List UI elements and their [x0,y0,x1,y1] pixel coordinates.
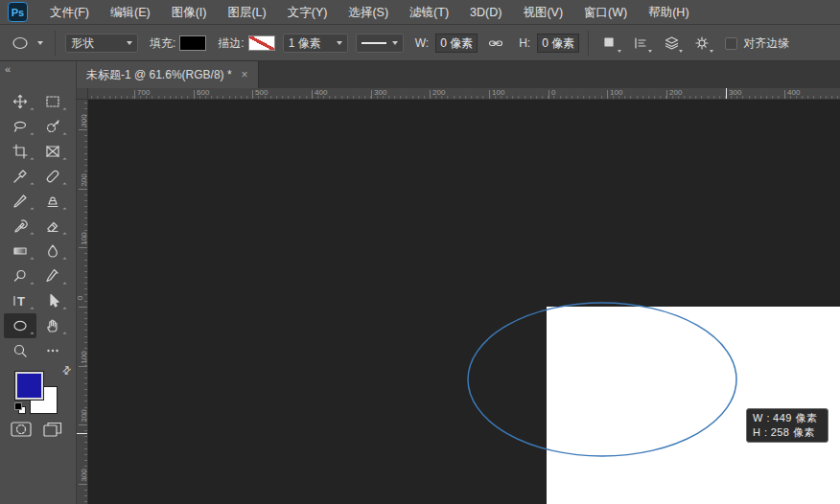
tool-edit-toolbar[interactable] [36,338,69,363]
width-label: W: [415,36,429,50]
tool-crop[interactable] [4,139,36,164]
vertical-ruler[interactable]: 3002001000100200300 [77,100,88,504]
tool-frame[interactable] [36,139,69,164]
tool-zoom[interactable] [4,338,36,363]
menu-item-window[interactable]: 窗口(W) [573,0,638,25]
menu-item-help[interactable]: 帮助(H) [638,0,699,25]
shape-settings-button[interactable] [689,32,714,55]
swap-colors-icon[interactable]: ⇄ [59,363,75,378]
horizontal-ruler[interactable]: 7006005004003002001000100200300400 [88,88,840,100]
menu-item-layer[interactable]: 图层(L) [217,0,276,25]
tool-brush[interactable] [4,189,36,214]
close-icon[interactable]: × [242,68,248,81]
path-operations-button[interactable] [597,32,622,55]
path-arrangement-button[interactable] [659,32,684,55]
stroke-style-select[interactable] [356,34,404,53]
divider [55,31,56,56]
tool-preset-picker[interactable] [0,31,49,56]
tool-lasso[interactable] [4,114,36,139]
tool-gradient[interactable] [4,239,36,263]
collapse-tools-button[interactable]: « [5,63,10,75]
tool-quick-selection[interactable] [36,114,69,139]
type-icon: T [12,293,28,309]
shape-width-input[interactable] [435,34,478,53]
ruler-major-tick [79,189,87,190]
tool-blur[interactable] [36,239,69,263]
menu-item-filter[interactable]: 滤镜(T) [399,0,459,25]
menu-item-file[interactable]: 文件(F) [39,0,100,25]
tool-hand[interactable] [36,313,69,338]
quick-selection-icon [45,119,60,134]
menu-item-image[interactable]: 图像(I) [161,0,218,25]
ellipse-shape-preview [468,303,736,456]
ruler-cursor-indicator [77,433,87,434]
chevron-down-icon [127,41,132,45]
dodge-icon [12,268,28,284]
selection-arrow-icon [45,293,60,309]
align-edges-checkbox[interactable] [725,37,737,50]
align-icon [633,35,648,51]
ruler-label: 0 [77,296,84,300]
stroke-width-select[interactable]: 1 像素 [283,34,348,53]
ruler-major-tick [489,90,490,99]
ruler-label: 300 [729,88,741,97]
water-drop-icon [45,243,60,259]
menu-item-type[interactable]: 文字(Y) [277,0,338,25]
canvas-area[interactable]: W : 449 像素 H : 258 像素 [88,100,840,504]
tool-mode-select[interactable]: 形状 [65,34,138,53]
height-label: H: [519,36,530,50]
document-tab-title: 未标题-1 @ 61.6%(RGB/8) * [86,67,232,83]
tooltip-height-label: H : [753,426,768,438]
menu-bar: Ps 文件(F) 编辑(E) 图像(I) 图层(L) 文字(Y) 选择(S) 滤… [0,0,840,25]
divider [588,31,589,56]
hand-icon [45,318,60,333]
ruler-label: 600 [197,88,209,97]
tool-eraser[interactable] [36,214,69,239]
foreground-color-swatch[interactable] [15,372,43,400]
ruler-label: 200 [80,409,88,422]
menu-item-3d[interactable]: 3D(D) [459,0,512,25]
path-operations-icon [602,35,618,51]
tooltip-width-value: 449 像素 [773,412,817,424]
ruler-major-tick [430,90,431,99]
tool-history-brush[interactable] [4,214,36,239]
document-tab[interactable]: 未标题-1 @ 61.6%(RGB/8) * × [77,61,259,88]
tooltip-width-label: W : [753,412,770,424]
shape-height-input[interactable] [537,34,579,53]
eyedropper-icon [12,169,28,184]
tool-spot-healing-brush[interactable] [36,164,69,189]
magnifier-icon [12,343,28,358]
ruler-major-tick [79,484,87,485]
quick-mask-icon[interactable] [10,420,33,439]
tools-panel: « T ⇄ [0,61,77,504]
photoshop-logo-icon[interactable]: Ps [8,2,28,22]
menu-item-edit[interactable]: 编辑(E) [100,0,161,25]
tool-pen[interactable] [36,263,69,288]
screen-mode-icon[interactable] [42,420,63,439]
tool-eyedropper[interactable] [4,164,36,189]
ruler-label: 200 [669,88,682,97]
ruler-label: 700 [137,88,150,97]
tool-path-selection[interactable] [36,288,69,313]
default-colors-icon[interactable] [14,402,26,414]
path-alignment-button[interactable] [628,32,653,55]
frame-icon [45,144,60,159]
menu-item-select[interactable]: 选择(S) [338,0,399,25]
ruler-origin-corner[interactable] [77,88,88,100]
link-dimensions-button[interactable] [483,32,508,55]
tool-horizontal-type[interactable]: T [4,288,36,313]
tool-clone-stamp[interactable] [36,189,69,214]
tool-move[interactable] [4,89,36,114]
ruler-major-tick [548,90,549,99]
tool-dodge[interactable] [4,263,36,288]
tool-rectangular-marquee[interactable] [36,89,69,114]
ruler-label: 300 [374,88,386,97]
menu-item-view[interactable]: 视图(V) [512,0,573,25]
tooltip-height-value: 258 像素 [771,426,815,438]
align-edges-label: 对齐边缘 [743,35,789,52]
fill-color-swatch[interactable] [179,35,206,51]
tool-ellipse[interactable] [4,313,36,338]
stroke-color-swatch[interactable] [248,35,275,51]
ruler-major-tick [312,90,313,99]
tool-options-bar: 形状 填充: 描边: 1 像素 W: H: [0,26,840,61]
